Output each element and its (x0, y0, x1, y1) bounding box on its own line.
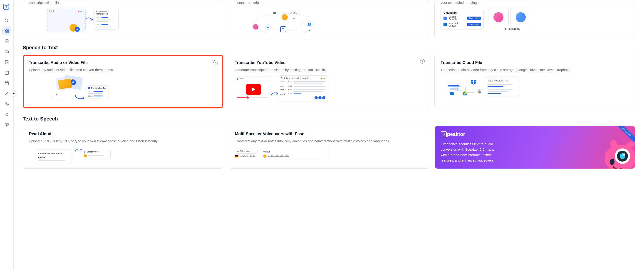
sidebar-item-chat[interactable] (2, 47, 11, 56)
svg-rect-6 (7, 31, 8, 33)
calendars-title: Calendars (444, 11, 481, 14)
svg-point-1 (6, 19, 7, 20)
card-desc: Transcribe audio or video from any cloud… (440, 67, 629, 73)
speaktor-logo: Speaktor (441, 131, 629, 137)
card-desc: instant transcripts. (235, 0, 423, 5)
card-title: Read Aloud (29, 132, 217, 136)
top-card-meeting[interactable]: transcripts with a link. REC AI Generate… (23, 0, 223, 38)
svg-point-2 (7, 19, 8, 20)
section-title-stt: Speech to Text (23, 45, 635, 51)
card-desc: Transform any text or notes into lively … (235, 139, 423, 144)
sidebar-item-people[interactable] (2, 16, 11, 25)
sidebar-item-notes[interactable] (2, 58, 11, 67)
sidebar-item-dashboard[interactable] (2, 26, 11, 35)
promo-text: Experience seamless text-to-audio conver… (441, 141, 500, 163)
card-title: Transcribe Audio or Video File (29, 60, 217, 65)
card-title: Transcribe Cloud File (440, 60, 629, 65)
svg-rect-3 (5, 29, 6, 30)
card-transcribe-file[interactable]: i Transcribe Audio or Video File Upload … (23, 55, 223, 108)
app-logo[interactable] (2, 3, 11, 12)
google-calendar-icon (444, 16, 447, 20)
svg-rect-11 (76, 29, 78, 30)
card-transcribe-cloud[interactable]: Transcribe Cloud File Transcribe audio o… (434, 55, 635, 108)
aigen-label: AI Generated Transcription (96, 10, 116, 15)
google-meet-icon: 📹 (273, 11, 276, 14)
info-icon[interactable]: i (420, 59, 425, 63)
card-desc: your scheduled meetings. (440, 0, 629, 5)
card-multi-speaker[interactable]: Multi-Speaker Voiceovers with Ease Trans… (229, 126, 429, 169)
svg-rect-15 (73, 81, 74, 82)
outlook-icon (444, 23, 447, 26)
sidebar-item-document[interactable] (2, 37, 11, 46)
mascot-icon (601, 137, 635, 169)
card-transcribe-youtube[interactable]: i Transcribe YouTube Video Generate tran… (229, 55, 429, 108)
info-icon[interactable]: i (214, 60, 218, 64)
onedrive-icon (450, 92, 454, 95)
card-title: Multi-Speaker Voiceovers with Ease (235, 132, 423, 136)
svg-rect-8 (5, 71, 8, 75)
sidebar-item-diamond[interactable] (2, 120, 11, 129)
dropbox-icon (470, 79, 477, 86)
card-desc: transcripts with a link. (29, 0, 217, 5)
bot-icon: 🤖 (477, 89, 482, 94)
germany-flag-icon (235, 155, 238, 157)
sidebar-expand-button[interactable] (10, 90, 16, 97)
top-card-calendars[interactable]: your scheduled meetings. Calendars Googl… (434, 0, 635, 38)
card-speaktor-promo[interactable]: Coming Soon Speaktor Experience seamless… (435, 126, 635, 169)
svg-point-22 (623, 153, 625, 156)
card-desc: Upload any audio or video files and conv… (29, 67, 217, 73)
teams-icon: 👥 (308, 22, 311, 26)
sidebar-item-profile[interactable] (2, 89, 11, 98)
sidebar-item-gift[interactable] (2, 78, 11, 88)
section-title-tts: Text to Speech (23, 116, 635, 122)
main-content: transcripts with a link. REC AI Generate… (14, 0, 644, 270)
card-title: Transcribe YouTube Video (235, 60, 423, 65)
recording-label: Recording (508, 27, 520, 30)
sidebar (0, 0, 14, 270)
sidebar-item-plugin[interactable] (2, 110, 11, 119)
svg-point-23 (610, 159, 614, 165)
svg-rect-5 (5, 31, 6, 33)
sidebar-item-calendar[interactable] (2, 68, 11, 77)
youtube-play-icon (246, 84, 261, 95)
card-desc: Generate transcripts from videos by past… (235, 67, 423, 73)
svg-point-10 (6, 92, 8, 93)
svg-rect-4 (7, 29, 8, 30)
svg-rect-14 (267, 27, 268, 28)
sidebar-item-translate[interactable] (2, 99, 11, 108)
upload-icon: ↑ (56, 92, 58, 98)
rec-label: REC (80, 10, 83, 12)
card-read-aloud[interactable]: Read Aloud Upload a PDF, DOCx, TXT, or t… (23, 126, 223, 169)
top-card-network[interactable]: instant transcripts. T 📹 👥 URL (229, 0, 429, 38)
card-desc: Upload a PDF, DOCx, TXT, or type your ow… (29, 139, 217, 144)
